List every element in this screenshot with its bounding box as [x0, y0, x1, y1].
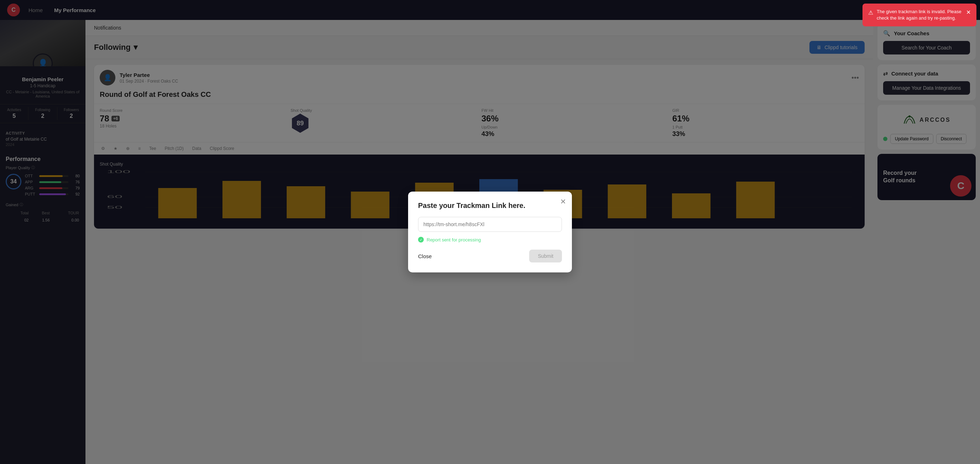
trackman-modal: ✕ Paste your Trackman Link here. ✓ Repor…	[408, 192, 572, 272]
modal-submit-button[interactable]: Submit	[529, 249, 562, 262]
modal-success-message: ✓ Report sent for processing	[418, 237, 562, 243]
success-checkmark-icon: ✓	[418, 237, 424, 243]
error-toast: ⚠ The given trackman link is invalid. Pl…	[862, 3, 977, 26]
modal-close-button[interactable]: Close	[418, 253, 431, 259]
trackman-link-input[interactable]	[418, 217, 562, 232]
modal-footer: Close Submit	[418, 249, 562, 262]
success-text: Report sent for processing	[426, 237, 481, 243]
toast-warning-icon: ⚠	[868, 9, 873, 17]
modal-title: Paste your Trackman Link here.	[418, 202, 562, 210]
toast-message: The given trackman link is invalid. Plea…	[877, 8, 963, 21]
modal-close-icon[interactable]: ✕	[560, 197, 566, 206]
modal-overlay[interactable]: ✕ Paste your Trackman Link here. ✓ Repor…	[0, 0, 980, 464]
toast-close-icon[interactable]: ✕	[966, 8, 971, 16]
